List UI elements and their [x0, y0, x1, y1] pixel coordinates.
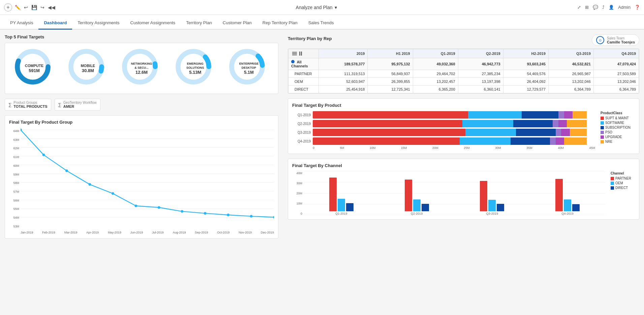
- add-button[interactable]: +: [4, 3, 12, 11]
- bar-direct-q3: [497, 204, 504, 211]
- table-row-direct[interactable]: DIRECT 25,454,918 12,725,341 6,365,200 6…: [288, 86, 639, 93]
- seg-upgrade-q1: [564, 111, 573, 119]
- donut-networking-label: NETWORKING & SECU... 12.6M: [131, 62, 153, 75]
- th-q1-2019: Q1-2019: [413, 49, 458, 58]
- channel-legend-title: Channel: [611, 171, 635, 175]
- filter2-label: GeoTerritory Workflow: [63, 101, 97, 104]
- donut-emerging-title: EMERGING SOLUTIONS: [184, 62, 206, 70]
- table-row-all-channels[interactable]: All Channels 189,578,377 95,975,132 49,0…: [288, 58, 639, 70]
- bar-q3-xlabel: Q3-2019: [486, 212, 498, 215]
- table-header: 2019 H1 2019 Q1-2019 Q2-2019 H2-2019 Q3-…: [288, 49, 639, 58]
- linechart-svg: [21, 128, 274, 229]
- help-icon[interactable]: ❓: [635, 5, 640, 10]
- bar-partner-q3: [480, 181, 487, 211]
- cell-direct-q3: 6,364,789: [548, 86, 593, 93]
- filter-product-groups[interactable]: ∑ Product Groups TOTAL PRODUCTS: [5, 99, 51, 111]
- cell-oem-q1: 13,202,457: [413, 78, 458, 86]
- product-chart-title: Final Target By Product: [292, 103, 635, 108]
- seg-pso-q4: [550, 137, 556, 145]
- donut-enterprise-label: ENTERPRISE DESKTOP 5.1M: [238, 62, 260, 75]
- tab-customer-plan[interactable]: Customer Plan: [217, 17, 257, 30]
- table-row-oem[interactable]: OEM 52,603,947 26,399,855 13,202,457 13,…: [288, 78, 639, 86]
- channel-y-axis: 010M20M30M40M: [292, 171, 302, 215]
- donut-compute-label: COMPUTE 591M: [25, 63, 43, 73]
- legend-pso: PSO: [601, 130, 635, 134]
- table-row-partner[interactable]: PARTNER 111,319,513 56,849,937 29,464,70…: [288, 70, 639, 78]
- bar-partner-q4: [555, 179, 563, 211]
- tab-territory-assignments[interactable]: Territory Assignments: [72, 17, 125, 30]
- hamburger-icon[interactable]: [291, 51, 298, 56]
- bar-partner-q1: [329, 178, 337, 211]
- share-icon[interactable]: ⤴: [602, 5, 605, 10]
- donut-networking-value: 12.6M: [131, 70, 153, 75]
- channel-chart-inner: 010M20M30M40M: [292, 171, 635, 215]
- channel-bars-area: Q1-2019 Q2-2019: [304, 171, 605, 215]
- tab-rep-territory-plan[interactable]: Rep Territory Plan: [257, 17, 303, 30]
- seg-supt-q3: [313, 129, 465, 136]
- bar-q4-xlabel: Q4-2019: [562, 212, 574, 215]
- nav-tabs: PY Analysis Dashboard Territory Assignme…: [0, 15, 644, 30]
- th-q4-2019: Q4-2019: [593, 49, 639, 58]
- bar-group-q3: Q3-2019: [480, 181, 504, 215]
- comment-icon[interactable]: 💬: [593, 5, 598, 10]
- donut-networking-title: NETWORKING & SECU...: [131, 62, 153, 70]
- layout-icon[interactable]: ⊞: [585, 5, 589, 10]
- bars-q2: [405, 180, 429, 211]
- cell-all-2019: 189,578,377: [319, 58, 368, 70]
- donut-emerging-value: 5.13M: [184, 70, 206, 75]
- pause-icon[interactable]: [299, 52, 302, 56]
- channel-chart-box: Final Target By Channel 010M20M30M40M: [288, 159, 639, 220]
- linechart-title: Final Target By Product Group: [9, 120, 274, 125]
- redo-icon[interactable]: ↪: [40, 5, 44, 10]
- legend-supt-label: SUPT & MAINT: [605, 116, 629, 120]
- seg-pso-q1: [558, 111, 564, 119]
- bar-group-q2: Q2-2019: [405, 180, 429, 215]
- save-icon[interactable]: 💾: [31, 5, 37, 10]
- bars-q1: [329, 178, 354, 211]
- product-legend: ProductClass SUPT & MAINT SOFTWARE SUBSC…: [598, 111, 635, 150]
- legend-direct-label: DIRECT: [615, 186, 628, 190]
- seg-nre-q3: [570, 129, 587, 136]
- cell-direct-2019: 25,454,918: [319, 86, 368, 93]
- cell-partner-q2: 27,385,234: [458, 70, 503, 78]
- svg-point-25: [112, 192, 114, 195]
- th-h1-2019: H1 2019: [368, 49, 413, 58]
- donut-row: COMPUTE 591M MOBILE 30.8M: [5, 43, 278, 94]
- tab-py-analysis[interactable]: PY Analysis: [5, 17, 38, 30]
- legend-subscription: SUBSCRIPTION: [601, 126, 635, 129]
- topbar-icons: ✏️ ↩ 💾 ↪ ◀◀: [15, 5, 55, 10]
- legend-nre: NRE: [601, 140, 635, 144]
- territory-table-wrap: 2019 H1 2019 Q1-2019 Q2-2019 H2-2019 Q3-…: [288, 49, 639, 94]
- donut-networking: NETWORKING & SECU... 12.6M: [116, 46, 167, 90]
- th-q2-2019: Q2-2019: [458, 49, 503, 58]
- cell-oem-2019: 52,603,947: [319, 78, 368, 86]
- donut-enterprise-chart: ENTERPRISE DESKTOP 5.1M: [227, 46, 271, 90]
- seg-sub-q3: [516, 129, 555, 136]
- sigma-icon-1: ∑: [8, 102, 11, 107]
- cell-direct-h2: 12,729,577: [503, 86, 548, 93]
- bar-row-q3: Q3-2019: [292, 129, 595, 136]
- cell-oem-q4: 13,202,046: [593, 78, 639, 86]
- topbar-right: ⤢ ⊞ 💬 ⤴ 👤 Admin ❓: [577, 5, 640, 10]
- undo-icon[interactable]: ↩: [24, 5, 28, 10]
- tab-sales-trends[interactable]: Sales Trends: [303, 17, 339, 30]
- seg-sub-q2: [513, 120, 553, 127]
- back-icon[interactable]: ◀◀: [48, 5, 55, 10]
- bars-q4: [555, 179, 580, 211]
- user-icon[interactable]: 👤: [609, 5, 614, 10]
- dropdown-icon[interactable]: ▾: [335, 5, 337, 10]
- tab-dashboard[interactable]: Dashboard: [38, 17, 72, 30]
- th-channel: [288, 49, 319, 58]
- linechart-svg-wrap: Jan-2019Feb-2019Mar-2019Apr-2019May-2019…: [21, 128, 274, 234]
- sales-team-pill[interactable]: ⊙ Sales Team Camille Toenjes: [592, 34, 639, 46]
- sigma-icon-2: ∑: [58, 102, 61, 107]
- draw-icon[interactable]: ✏️: [15, 5, 21, 10]
- tab-customer-assignments[interactable]: Customer Assignments: [125, 17, 181, 30]
- cell-direct-q1: 6,365,200: [413, 86, 458, 93]
- tab-territory-plan[interactable]: Territory Plan: [181, 17, 217, 30]
- seg-software-q1: [468, 111, 522, 119]
- seg-sub-q4: [511, 137, 550, 145]
- expand-icon[interactable]: ⤢: [577, 5, 581, 10]
- filter-geo-territory[interactable]: ∑ GeoTerritory Workflow AMER: [55, 99, 100, 111]
- cell-partner-q1: 29,464,702: [413, 70, 458, 78]
